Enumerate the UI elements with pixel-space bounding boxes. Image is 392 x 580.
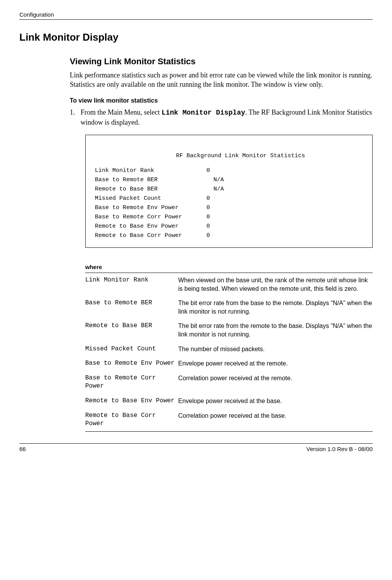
terminal-box-wrap: RF Background Link Monitor StatisticsLin… [85,135,373,248]
terminal-box: RF Background Link Monitor StatisticsLin… [85,135,373,248]
where-term: Base to Remote BER [85,299,178,307]
header-section: Configuration [19,11,373,20]
where-desc: Correlation power received at the base. [178,412,373,420]
intro-paragraph: Link performance statistics such as powe… [70,70,373,89]
step-number: 1. [70,108,81,127]
where-row: Remote to Base BERThe bit error rate fro… [85,319,373,341]
where-row: Missed Packet CountThe number of missed … [85,342,373,357]
where-term: Base to Remote Corr Power [85,374,178,391]
where-term: Base to Remote Env Power [85,359,178,368]
heading-h3: To view link monitor statistics [70,96,373,105]
page-title-h1: Link Monitor Display [19,31,373,44]
terminal-title: RF Background Link Monitor Statistics [95,151,363,161]
page-footer: 66 Version 1.0 Rev B - 08/00 [19,443,373,453]
where-row: Link Monitor RankWhen viewed on the base… [85,273,373,296]
where-table: Link Monitor RankWhen viewed on the base… [85,273,373,432]
where-term: Missed Packet Count [85,345,178,353]
where-row: Remote to Base Corr PowerCorrelation pow… [85,408,373,431]
step-1: 1. From the Main Menu, select Link Monit… [70,108,373,127]
where-desc: The number of missed packets. [178,345,373,353]
where-desc: The bit error rate from the base to the … [178,299,373,316]
step-text: From the Main Menu, select Link Monitor … [81,108,373,127]
where-term: Link Monitor Rank [85,276,178,285]
where-row: Base to Remote Corr PowerCorrelation pow… [85,371,373,394]
step-text-a: From the Main Menu, select [81,108,162,116]
where-term: Remote to Base Env Power [85,397,178,405]
where-row: Remote to Base Env PowerEnvelope power r… [85,394,373,408]
version-string: Version 1.0 Rev B - 08/00 [306,445,373,453]
step-code: Link Monitor Display [162,109,245,117]
where-term: Remote to Base Corr Power [85,412,178,428]
where-desc: The bit error rate from the remote to th… [178,322,373,338]
terminal-rows: Link Monitor Rank 0 Base to Remote BER N… [95,166,363,240]
where-desc: Envelope power received at the base. [178,397,373,405]
page-number: 66 [19,445,26,453]
where-term: Remote to Base BER [85,322,178,330]
where-desc: Envelope power received at the remote. [178,359,373,368]
where-label: where [85,263,373,271]
where-row: Base to Remote BERThe bit error rate fro… [85,296,373,319]
where-desc: When viewed on the base unit, the rank o… [178,276,373,293]
main-content: Viewing Link Monitor Statistics Link per… [70,56,373,431]
where-desc: Correlation power received at the remote… [178,374,373,383]
where-row: Base to Remote Env PowerEnvelope power r… [85,356,373,371]
where-section: where Link Monitor RankWhen viewed on th… [85,263,373,432]
heading-h2: Viewing Link Monitor Statistics [70,56,373,67]
